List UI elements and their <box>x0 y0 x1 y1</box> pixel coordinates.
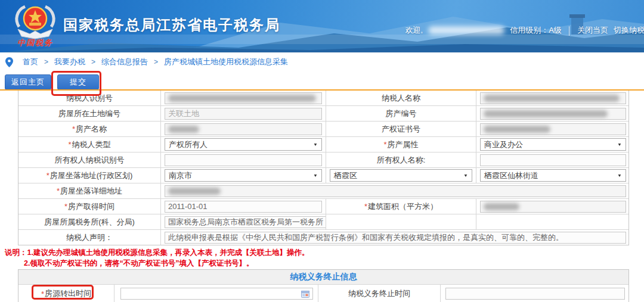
redacted-value <box>484 126 550 133</box>
welcome-text: 欢迎, <box>405 25 423 36</box>
certificate-number-field[interactable] <box>480 123 626 135</box>
page-root: 中国税务 国家税务总局江苏省电子税务局 欢迎, 信用级别：A级 │ 关闭当页 切… <box>0 0 644 302</box>
transfer-out-time-label: *房源转出时间 <box>18 285 114 302</box>
table-row-address-detail: *房屋坐落详细地址 <box>18 183 628 198</box>
declaration-label: 纳税人声明： <box>18 230 160 245</box>
breadcrumb-my-tax[interactable]: 我要办税 <box>54 57 85 67</box>
table-row-owner: 所有权人纳税识别号 所有权人名称: <box>18 152 628 167</box>
required-mark: * <box>68 140 71 149</box>
header-user-bar: 欢迎, 信用级别：A级 │ 关闭当页 切换纳税人 <box>405 25 644 36</box>
breadcrumb-home[interactable]: 首页 <box>23 57 38 67</box>
chevron-down-icon: ▼ <box>617 173 622 178</box>
table-row-acquisition: *房产取得时间 2011-01-01 *建筑面积（平方米） <box>18 198 628 214</box>
required-mark: * <box>72 124 75 133</box>
action-toolbar: 返回主页 提交 <box>0 73 644 89</box>
instruction-note-1: 说明：1.建议先办理城镇土地使用税税源信息采集，再录入本表，并完成【关联土地】操… <box>5 248 309 258</box>
divider: │ <box>567 26 572 35</box>
taxpayer-id-label: 纳税人识别号 <box>18 91 160 105</box>
required-mark: * <box>64 202 67 211</box>
back-home-button[interactable]: 返回主页 <box>5 74 51 90</box>
required-mark: * <box>364 202 367 211</box>
owner-name-field[interactable] <box>480 154 626 166</box>
address-street-select[interactable]: 栖霞区仙林街道▼ <box>480 169 626 182</box>
land-number-label: 房屋所在土地编号 <box>18 106 160 121</box>
tax-office-label: 房屋所属税务所(科、分局) <box>18 214 160 229</box>
property-number-field[interactable] <box>480 108 626 120</box>
address-detail-label: *房屋坐落详细地址 <box>18 183 160 198</box>
taxpayer-id-field[interactable] <box>165 92 322 104</box>
property-attribute-select[interactable]: 商业及办公▼ <box>480 138 626 151</box>
owner-taxid-label: 所有权人纳税识别号 <box>18 152 160 167</box>
end-time-label: 纳税义务终止时间 <box>318 285 440 302</box>
required-mark: * <box>57 186 60 195</box>
breadcrumb-separator: > <box>91 58 95 66</box>
redacted-value <box>484 95 620 102</box>
acquisition-time-field[interactable]: 2011-01-01 <box>165 201 322 213</box>
property-attribute-value: 商业及办公 <box>484 139 523 150</box>
tax-office-field[interactable]: 国家税务总局南京市栖霞区税务局第一税务所 <box>165 216 326 228</box>
table-row-taxpayer-type: *纳税人类型 产权所有人▼ *房产属性 商业及办公▼ <box>18 136 628 152</box>
address-street-value: 栖霞区仙林街道 <box>484 170 538 181</box>
chevron-down-icon: ▼ <box>617 142 622 147</box>
address-district-value: 栖霞区 <box>334 170 357 181</box>
floor-area-label: *建筑面积（平方米） <box>326 199 476 214</box>
site-title: 国家税务总局江苏省电子税务局 <box>63 15 280 35</box>
chevron-down-icon: ▼ <box>463 173 468 178</box>
table-row-taxpayer-id: 纳税人识别号 纳税人名称 <box>18 91 628 105</box>
redacted-value <box>484 110 608 117</box>
owner-taxid-field[interactable] <box>165 154 322 166</box>
redacted-value <box>168 95 316 102</box>
taxpayer-name-field[interactable] <box>480 92 626 104</box>
redacted-value <box>168 188 221 195</box>
breadcrumb: 首页 > 我要办税 > 综合信息报告 > 房产税城镇土地使用税税源信息采集 <box>0 52 644 71</box>
chevron-down-icon: ▼ <box>313 173 318 178</box>
empty-cell <box>326 214 476 229</box>
breadcrumb-info-report[interactable]: 综合信息报告 <box>101 57 148 67</box>
transfer-out-time-field[interactable] <box>120 288 313 300</box>
redacted-value <box>168 126 199 133</box>
address-detail-field[interactable] <box>165 185 626 197</box>
termination-section-title: 纳税义务终止信息 <box>18 270 628 285</box>
address-city-value: 南京市 <box>169 170 192 181</box>
floor-area-field[interactable] <box>480 201 626 213</box>
calendar-icon[interactable] <box>301 290 309 298</box>
empty-cell <box>476 214 630 229</box>
redacted-taxpayer-name <box>428 26 504 35</box>
table-row-declaration: 纳税人声明： 此纳税申报表是根据《中华人民共和国房产税暂行条例》和国家有关税收规… <box>18 229 628 245</box>
property-name-field[interactable] <box>165 123 322 135</box>
submit-button[interactable]: 提交 <box>57 74 99 90</box>
required-mark: * <box>383 140 386 149</box>
required-mark: * <box>47 171 49 180</box>
logo-caption: 中国税务 <box>10 38 61 48</box>
breadcrumb-separator: > <box>44 58 48 66</box>
instruction-note-2: 2.领取不动产权证书的，请将“不动产权证书号”填入【产权证书号】。 <box>24 259 253 269</box>
address-city-select[interactable]: 南京市▼ <box>165 169 322 182</box>
property-name-label: *房产名称 <box>18 122 160 136</box>
declaration-field[interactable]: 此纳税申报表是根据《中华人民共和国房产税暂行条例》和国家有关税收规定填报的，是真… <box>165 232 626 244</box>
end-time-field[interactable] <box>445 288 625 300</box>
certificate-number-label: 产权证书号 <box>326 122 476 136</box>
required-mark: * <box>41 289 44 298</box>
table-row-termination: *房源转出时间 纳税义务终止时间 <box>18 285 628 302</box>
property-number-label: 房产编号 <box>326 106 476 121</box>
table-row-tax-office: 房屋所属税务所(科、分局) 国家税务总局南京市栖霞区税务局第一税务所 <box>18 214 628 229</box>
breadcrumb-current-page[interactable]: 房产税城镇土地使用税税源信息采集 <box>164 57 288 67</box>
termination-info-table: 纳税义务终止信息 *房源转出时间 纳税义务终止时间 <box>18 269 629 302</box>
close-page-link[interactable]: 关闭当页 <box>577 25 608 36</box>
taxpayer-type-select[interactable]: 产权所有人▼ <box>165 138 322 151</box>
address-region-label: *房屋坐落地址(行政区划) <box>18 168 160 183</box>
tax-bureau-logo: 中国税务 <box>10 3 61 51</box>
property-tax-form-table: 纳税人识别号 纳税人名称 房屋所在土地编号 房产编号 *房产名称 产权证书号 *… <box>18 91 629 245</box>
land-number-field[interactable] <box>165 108 322 120</box>
table-row-address-region: *房屋坐落地址(行政区划) 南京市▼ 栖霞区▼ 栖霞区仙林街道▼ <box>18 167 628 183</box>
address-district-select[interactable]: 栖霞区▼ <box>330 169 472 182</box>
national-emblem-icon <box>10 3 61 40</box>
credit-level-text: 信用级别：A级 <box>510 25 562 36</box>
acquisition-time-label: *房产取得时间 <box>18 199 160 214</box>
switch-taxpayer-link[interactable]: 切换纳税人 <box>614 25 644 36</box>
table-row-land-number: 房屋所在土地编号 房产编号 <box>18 105 628 121</box>
location-pin-icon <box>5 57 13 67</box>
owner-name-label: 所有权人名称: <box>326 152 476 167</box>
site-header: 中国税务 国家税务总局江苏省电子税务局 欢迎, 信用级别：A级 │ 关闭当页 切… <box>0 0 644 52</box>
breadcrumb-separator: > <box>154 58 158 66</box>
